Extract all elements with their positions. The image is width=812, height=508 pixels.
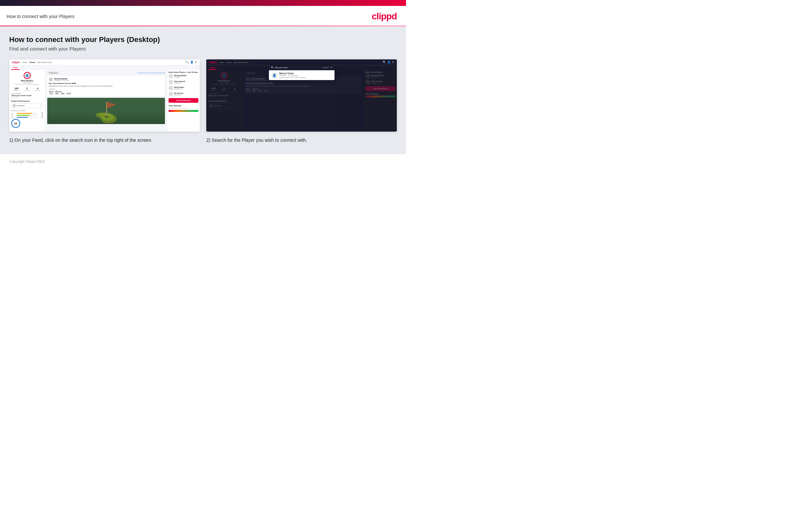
right-panel-2: Most Active Players Richard ButlerActivi… <box>364 70 397 132</box>
player-list-item: Eli Vincent Activities: 1 <box>169 92 198 96</box>
app-screen-2: clippd Home Teams My Performance 🔍 👤 ⚙ F… <box>206 59 397 132</box>
nav-my-performance[interactable]: My Performance <box>37 61 52 64</box>
duration-label: Duration <box>49 88 163 90</box>
player-avatar <box>169 74 173 78</box>
avatar-2: 👤 <box>221 72 228 79</box>
profile-club: Mill Ride Golf Club, United Kingdom <box>11 84 43 85</box>
app-nav-icons: 🔍 👤 ⚙ <box>186 61 197 64</box>
app-logo-2: clippd <box>209 61 217 64</box>
following-row: Following ▾ Control who can see your act… <box>47 71 165 75</box>
heatmap-sub: Player Quality - 20 Round Trend <box>169 107 198 109</box>
tag-arg: ARG <box>60 92 65 95</box>
bar-ott-label: OTT <box>11 113 16 114</box>
player-select[interactable]: Eli Vincent ▾ <box>11 103 43 108</box>
quality-label: Total Player Quality <box>11 110 43 112</box>
bar-app-value: 70 <box>39 115 43 116</box>
feed-tab-2[interactable]: Feed <box>208 66 217 70</box>
stat-following: 4 Following <box>35 87 40 91</box>
nav-teams[interactable]: Teams <box>30 61 36 64</box>
step-1-description: 1) On your Feed, click on the search ico… <box>9 137 200 144</box>
team-dashboard-button[interactable]: Team Dashboard <box>169 98 198 103</box>
player-list-item: Hiral Pujara Activities: 3 <box>169 86 198 90</box>
app-nav-links-2: Home Teams My Performance <box>220 61 249 64</box>
player-name: Hiral Pujara <box>174 86 184 88</box>
activity-card-header: Richard Butler Yesterday · The Grove <box>49 78 163 81</box>
nav-teams-2[interactable]: Teams <box>227 61 233 64</box>
bar-arg-value: 64 <box>39 117 43 118</box>
settings-icon-2[interactable]: ⚙ <box>392 61 394 64</box>
clear-button[interactable]: CLEAR <box>322 67 329 69</box>
app-body-1: 👤 Blair McHarg Golf Coach Mill Ride Golf… <box>9 70 200 132</box>
main-heading: How to connect with your Players (Deskto… <box>9 35 397 44</box>
search-icon-2[interactable]: 🔍 <box>383 61 386 64</box>
left-panel-1: 👤 Blair McHarg Golf Coach Mill Ride Golf… <box>9 70 45 132</box>
search-result[interactable]: 👤 Marcus Turner Yesterday · 1-5 Handicap… <box>269 71 335 80</box>
score-circle: 84 <box>11 119 20 128</box>
nav-my-performance-2[interactable]: My Performance <box>234 61 249 64</box>
right-panel-1: Most Active Players - Last 30 days Richa… <box>167 70 200 132</box>
activity-card-title: Pre Tournament Course Walk <box>49 82 163 84</box>
control-link[interactable]: Control who can see your activity and da… <box>137 72 165 74</box>
stats-row: 129 Activities 3 Followers 4 Following <box>11 87 43 91</box>
app-nav-icons-2: 🔍 👤 ⚙ <box>383 61 394 64</box>
profile-icon-2[interactable]: 👤 <box>387 61 391 64</box>
player-performance-label: Player Performance <box>11 100 43 102</box>
search-bar: 🔍 Marcus Turner CLEAR ✕ <box>269 65 335 71</box>
activity-card: Richard Butler Yesterday · The Grove Pre… <box>47 76 165 96</box>
team-heatmap-label: Team Heatmap <box>169 105 198 107</box>
footer: Copyright Clippd 2022 <box>0 154 406 169</box>
nav-home[interactable]: Home <box>22 61 28 64</box>
most-active-label: Most Active Players - Last 30 days <box>169 71 198 73</box>
close-icon[interactable]: ✕ <box>330 66 333 69</box>
player-list-item: Richard Butler Activities: 7 <box>169 74 198 78</box>
search-icon[interactable]: 🔍 <box>186 61 189 64</box>
player-name: Piers Parnell <box>174 80 185 82</box>
avatar: 👤 <box>23 72 31 79</box>
screenshot-2: clippd Home Teams My Performance 🔍 👤 ⚙ F… <box>206 59 397 132</box>
stat-activities: 129 Activities <box>14 87 19 91</box>
steps-row: 1) On your Feed, click on the search ico… <box>9 137 397 144</box>
bar-app-label: APP <box>11 115 16 116</box>
player-activities: Activities: 7 <box>174 77 187 78</box>
app-nav-1: clippd Home Teams My Performance 🔍 👤 ⚙ <box>9 59 200 65</box>
bar-arg-label: ARG <box>11 117 16 118</box>
profile-icon[interactable]: 👤 <box>190 61 193 64</box>
result-name: Marcus Turner <box>279 72 306 75</box>
middle-panel-1: Following ▾ Control who can see your act… <box>45 70 167 132</box>
activity-date: 27 Jul 2022 <box>11 96 43 98</box>
settings-icon[interactable]: ⚙ <box>195 61 197 64</box>
player-name: Richard Butler <box>174 75 187 77</box>
player-avatar <box>169 86 173 90</box>
search-icon-overlay: 🔍 <box>271 66 274 69</box>
page-title: How to connect with your Players <box>7 14 75 19</box>
tag-app: APP <box>54 92 59 95</box>
app-screen-1: clippd Home Teams My Performance 🔍 👤 ⚙ F… <box>9 59 200 132</box>
search-input-text[interactable]: Marcus Turner <box>275 67 321 69</box>
player-name: Eli Vincent <box>174 92 183 94</box>
search-overlay: 🔍 Marcus Turner CLEAR ✕ 👤 Marcus Turner … <box>269 65 335 80</box>
tag-putt: PUTT <box>66 92 72 95</box>
left-panel-2: 👤 Blair McHarg Golf Coach Mill Ride Golf… <box>206 70 242 132</box>
nav-home-2[interactable]: Home <box>220 61 225 64</box>
tag-ott: OTT <box>49 92 54 95</box>
top-bar <box>0 0 406 6</box>
feed-tab[interactable]: Feed <box>11 66 20 70</box>
screenshot-1: clippd Home Teams My Performance 🔍 👤 ⚙ F… <box>9 59 200 132</box>
profile-section: 👤 Blair McHarg Golf Coach Mill Ride Golf… <box>11 72 43 85</box>
player-select-name: Eli Vincent <box>17 105 25 107</box>
logo: clippd <box>372 11 397 22</box>
golfer-image: ⛳ <box>47 98 165 124</box>
player-activities: Activities: 4 <box>174 82 185 84</box>
following-button[interactable]: Following ▾ <box>47 71 60 75</box>
activity-card-desc: Walking the course with my coach to buil… <box>49 85 163 87</box>
bar-ott-value: 79 <box>39 113 43 114</box>
result-sub2: Cypress Point Club, United Kingdom <box>279 77 306 78</box>
chevron-down-icon: ▾ <box>57 72 58 74</box>
main-subheading: Find and connect with your Players <box>9 46 397 51</box>
copyright: Copyright Clippd 2022 <box>9 160 45 163</box>
activity-person-sub: Yesterday · The Grove <box>54 80 69 81</box>
player-avatar <box>169 92 173 96</box>
header: How to connect with your Players clippd <box>0 6 406 26</box>
activity-card-avatar <box>49 78 53 81</box>
screenshots-row: clippd Home Teams My Performance 🔍 👤 ⚙ F… <box>9 59 397 132</box>
